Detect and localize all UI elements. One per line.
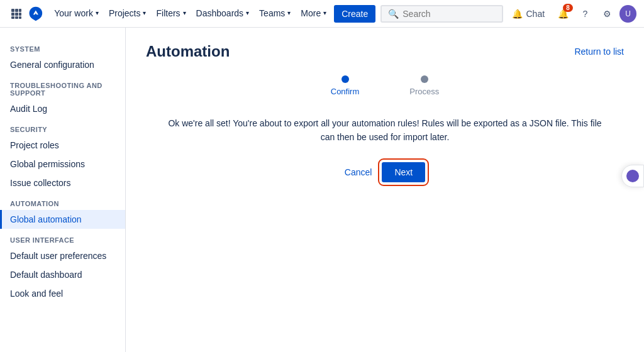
svg-rect-0 [11,9,14,12]
action-row: Cancel Next [165,162,605,182]
search-icon: 🔍 [388,9,399,19]
sidebar-item-default-dashboard[interactable]: Default dashboard [0,265,125,284]
help-button[interactable]: ? [575,4,595,24]
svg-rect-3 [11,13,14,16]
teams-menu[interactable]: Teams ▾ [254,0,296,28]
sidebar-item-look-and-feel[interactable]: Look and feel [0,284,125,303]
sidebar-item-project-roles[interactable]: Project roles [0,136,125,155]
settings-button[interactable]: ⚙ [597,4,617,24]
filters-menu[interactable]: Filters ▾ [151,0,191,28]
grid-icon[interactable] [8,5,25,23]
content-box: Ok we're all set! You're about to export… [165,116,605,182]
next-button[interactable]: Next [382,162,425,182]
sidebar-item-general-config[interactable]: General configuration [0,55,125,74]
stepper-process-dot [421,75,428,83]
page-layout: System General configuration Troubleshoo… [0,28,644,352]
gear-icon: ⚙ [603,9,611,19]
notification-badge: 8 [563,4,573,12]
svg-rect-1 [15,9,18,12]
user-interface-section-label: User Interface [0,229,125,246]
chevron-down-icon: ▾ [323,9,326,16]
automation-section-label: Automation [0,192,125,210]
floating-action-button[interactable] [621,165,644,187]
export-message: Ok we're all set! You're about to export… [165,116,605,145]
stepper-confirm-label: Confirm [331,87,360,96]
svg-rect-7 [15,16,18,19]
more-menu[interactable]: More ▾ [296,0,331,28]
create-button[interactable]: Create [334,5,375,23]
sidebar-item-default-user-preferences[interactable]: Default user preferences [0,246,125,265]
sidebar-item-global-automation[interactable]: Global automation [0,210,125,229]
chat-button[interactable]: 🔔 Chat [506,0,552,28]
help-icon: ? [583,9,588,19]
main-header: Automation Return to list [146,43,624,60]
chevron-down-icon: ▾ [183,9,186,16]
sidebar: System General configuration Troubleshoo… [0,28,126,352]
search-input[interactable] [402,9,491,19]
svg-rect-5 [19,13,21,16]
sidebar-item-global-permissions[interactable]: Global permissions [0,155,125,173]
chevron-down-icon: ▾ [143,9,146,16]
chevron-down-icon: ▾ [287,9,291,16]
stepper-confirm-dot [341,75,349,83]
stepper-confirm-step: Confirm [331,75,360,96]
svg-rect-6 [11,16,14,19]
avatar[interactable]: U [619,5,636,23]
projects-menu[interactable]: Projects ▾ [104,0,152,28]
sidebar-item-audit-log[interactable]: Audit Log [0,99,125,118]
chevron-down-icon: ▾ [96,9,99,16]
notifications-button[interactable]: 🔔 8 [553,4,573,24]
float-btn-icon [626,170,639,182]
topnav-navigation: Your work ▾ Projects ▾ Filters ▾ Dashboa… [49,0,375,28]
dashboards-menu[interactable]: Dashboards ▾ [191,0,255,28]
system-section-label: System [0,38,125,55]
main-content: Automation Return to list Confirm Proces… [126,28,644,352]
app-logo[interactable] [27,5,44,23]
stepper: Confirm Process [146,75,624,96]
your-work-menu[interactable]: Your work ▾ [49,0,104,28]
troubleshooting-section-label: Troubleshooting and Support [0,74,125,99]
svg-rect-2 [19,9,21,12]
cancel-link[interactable]: Cancel [345,167,372,177]
chevron-down-icon: ▾ [246,9,249,16]
return-to-list-link[interactable]: Return to list [574,47,624,57]
svg-rect-4 [15,13,18,16]
security-section-label: Security [0,118,125,136]
page-title: Automation [146,43,230,60]
topnav: Your work ▾ Projects ▾ Filters ▾ Dashboa… [0,0,644,28]
chat-icon: 🔔 [512,9,523,19]
stepper-process-label: Process [409,87,439,96]
svg-rect-8 [19,16,21,19]
search-bar[interactable]: 🔍 [380,5,502,23]
sidebar-item-issue-collectors[interactable]: Issue collectors [0,173,125,192]
stepper-process-step: Process [409,75,439,96]
